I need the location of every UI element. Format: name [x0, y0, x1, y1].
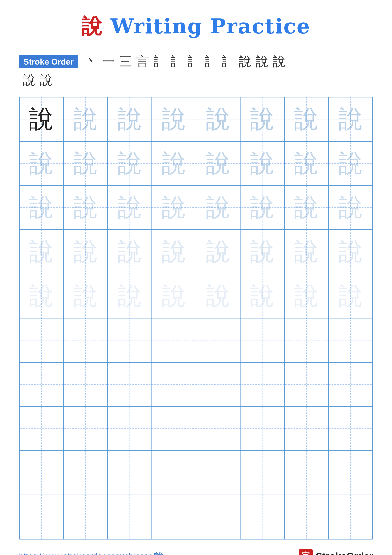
grid-cell-2-2[interactable]: 說 — [108, 141, 152, 185]
char-display: 說 — [117, 195, 142, 220]
logo-text: StrokeOrder — [316, 550, 373, 555]
grid-cell-5-5[interactable]: 說 — [240, 274, 284, 318]
grid-cell-9-4[interactable] — [196, 451, 240, 495]
grid-cell-5-7[interactable]: 說 — [328, 274, 373, 318]
grid-cell-6-0[interactable] — [19, 318, 64, 362]
grid-cell-10-6[interactable] — [284, 495, 328, 539]
grid-cell-7-1[interactable] — [64, 362, 107, 406]
grid-cell-2-3[interactable]: 說 — [152, 141, 196, 185]
page-title: 說 Writing Practice — [82, 13, 310, 41]
grid-cell-10-2[interactable] — [108, 495, 152, 539]
grid-cell-5-2[interactable]: 說 — [108, 274, 152, 318]
grid-cell-2-6[interactable]: 說 — [284, 141, 328, 185]
grid-cell-5-6[interactable]: 說 — [284, 274, 328, 318]
grid-cell-8-6[interactable] — [284, 407, 328, 451]
grid-cell-3-7[interactable]: 說 — [328, 186, 373, 230]
grid-cell-10-7[interactable] — [328, 495, 373, 539]
grid-cell-7-3[interactable] — [152, 362, 196, 406]
grid-cell-6-5[interactable] — [240, 318, 284, 362]
grid-cell-1-2[interactable]: 說 — [108, 97, 152, 141]
grid-cell-7-6[interactable] — [284, 362, 328, 406]
grid-cell-6-6[interactable] — [284, 318, 328, 362]
char-display: 說 — [162, 240, 186, 264]
grid-cell-9-5[interactable] — [240, 451, 284, 495]
grid-cell-4-1[interactable]: 說 — [64, 230, 107, 274]
grid-cell-3-4[interactable]: 說 — [196, 186, 240, 230]
grid-cell-4-2[interactable]: 說 — [108, 230, 152, 274]
grid-cell-3-3[interactable]: 說 — [152, 186, 196, 230]
grid-cell-1-1[interactable]: 說 — [64, 97, 107, 141]
grid-cell-6-7[interactable] — [328, 318, 373, 362]
grid-cell-6-4[interactable] — [196, 318, 240, 362]
char-display: 說 — [162, 151, 186, 176]
grid-cell-9-7[interactable] — [328, 451, 373, 495]
grid-cell-8-5[interactable] — [240, 407, 284, 451]
grid-cell-4-7[interactable]: 說 — [328, 230, 373, 274]
footer-url[interactable]: https://www.strokeorder.com/chinese/說 — [19, 551, 163, 555]
grid-cell-6-2[interactable] — [108, 318, 152, 362]
grid-cell-5-3[interactable]: 說 — [152, 274, 196, 318]
grid-cell-1-6[interactable]: 說 — [284, 97, 328, 141]
grid-cell-10-1[interactable] — [64, 495, 107, 539]
grid-cell-4-0[interactable]: 說 — [19, 230, 64, 274]
grid-cell-9-6[interactable] — [284, 451, 328, 495]
grid-row-3: 說 說 說 說 說 說 說 說 — [19, 186, 373, 230]
grid-cell-10-5[interactable] — [240, 495, 284, 539]
grid-cell-8-3[interactable] — [152, 407, 196, 451]
grid-row-6 — [19, 318, 373, 362]
grid-cell-1-0[interactable]: 說 — [19, 97, 64, 141]
grid-cell-9-1[interactable] — [64, 451, 107, 495]
char-display: 說 — [294, 107, 319, 131]
grid-row-9 — [19, 451, 373, 495]
grid-cell-10-3[interactable] — [152, 495, 196, 539]
grid-cell-6-1[interactable] — [64, 318, 107, 362]
grid-cell-1-5[interactable]: 說 — [240, 97, 284, 141]
grid-cell-2-7[interactable]: 說 — [328, 141, 373, 185]
grid-cell-1-4[interactable]: 說 — [196, 97, 240, 141]
footer: https://www.strokeorder.com/chinese/說 字 … — [19, 540, 373, 555]
stroke-order-row1: Stroke Order 丶 一 三 言 訁 訁 訁 訁 訁 說 說 說 — [19, 53, 373, 70]
grid-cell-3-5[interactable]: 說 — [240, 186, 284, 230]
grid-cell-5-1[interactable]: 說 — [64, 274, 107, 318]
grid-cell-8-2[interactable] — [108, 407, 152, 451]
grid-cell-7-2[interactable] — [108, 362, 152, 406]
char-display: 說 — [250, 284, 275, 308]
grid-cell-9-0[interactable] — [19, 451, 64, 495]
char-display: 說 — [206, 195, 230, 220]
grid-cell-8-0[interactable] — [19, 407, 64, 451]
grid-cell-9-2[interactable] — [108, 451, 152, 495]
grid-cell-7-0[interactable] — [19, 362, 64, 406]
grid-cell-5-0[interactable]: 說 — [19, 274, 64, 318]
grid-cell-10-0[interactable] — [19, 495, 64, 539]
grid-cell-3-0[interactable]: 說 — [19, 186, 64, 230]
grid-cell-4-5[interactable]: 說 — [240, 230, 284, 274]
grid-cell-4-6[interactable]: 說 — [284, 230, 328, 274]
grid-cell-7-4[interactable] — [196, 362, 240, 406]
grid-cell-8-1[interactable] — [64, 407, 107, 451]
page: 說 Writing Practice Stroke Order 丶 一 三 言 … — [0, 0, 392, 555]
grid-cell-3-6[interactable]: 說 — [284, 186, 328, 230]
stroke-order-row2: 說 說 — [19, 72, 373, 89]
char-display: 說 — [73, 107, 98, 131]
grid-cell-2-0[interactable]: 說 — [19, 141, 64, 185]
grid-cell-3-2[interactable]: 說 — [108, 186, 152, 230]
char-display: 說 — [73, 284, 98, 308]
grid-cell-7-7[interactable] — [328, 362, 373, 406]
practice-grid: 說 說 說 說 說 說 說 說 說 說 說 說 說 說 說 說 說 說 說 說 … — [19, 97, 373, 540]
char-display: 說 — [294, 284, 319, 308]
grid-cell-6-3[interactable] — [152, 318, 196, 362]
grid-cell-8-7[interactable] — [328, 407, 373, 451]
grid-cell-9-3[interactable] — [152, 451, 196, 495]
grid-cell-10-4[interactable] — [196, 495, 240, 539]
grid-cell-1-7[interactable]: 說 — [328, 97, 373, 141]
grid-cell-7-5[interactable] — [240, 362, 284, 406]
grid-cell-2-1[interactable]: 說 — [64, 141, 107, 185]
grid-cell-3-1[interactable]: 說 — [64, 186, 107, 230]
grid-cell-8-4[interactable] — [196, 407, 240, 451]
grid-cell-4-3[interactable]: 說 — [152, 230, 196, 274]
grid-cell-2-4[interactable]: 說 — [196, 141, 240, 185]
grid-cell-2-5[interactable]: 說 — [240, 141, 284, 185]
grid-cell-1-3[interactable]: 說 — [152, 97, 196, 141]
grid-cell-4-4[interactable]: 說 — [196, 230, 240, 274]
grid-cell-5-4[interactable]: 說 — [196, 274, 240, 318]
